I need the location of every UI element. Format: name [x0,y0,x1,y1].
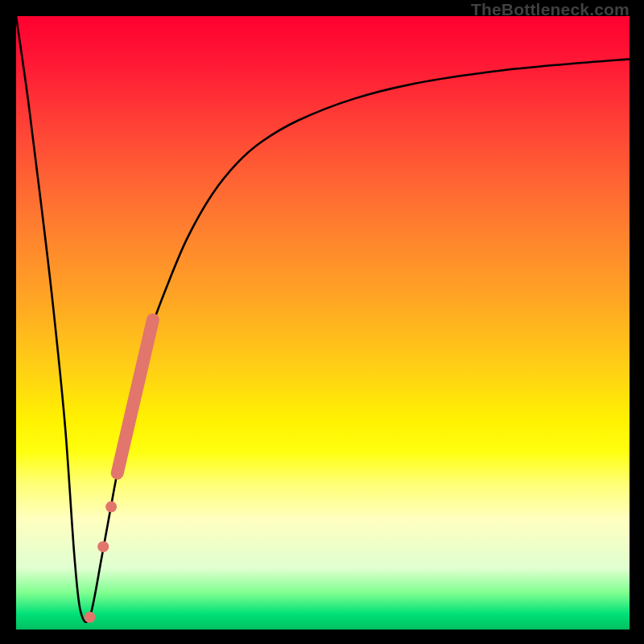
source-label: TheBottleneck.com [471,0,630,19]
marker-dot-2 [97,541,109,552]
chart-container: TheBottleneck.com [0,0,644,644]
marker-dot-3 [84,612,95,623]
bottleneck-curve [16,16,630,622]
marker-segment [118,320,153,473]
chart-svg [16,16,630,630]
marker-dot-1 [105,502,117,513]
plot-area [16,16,630,630]
